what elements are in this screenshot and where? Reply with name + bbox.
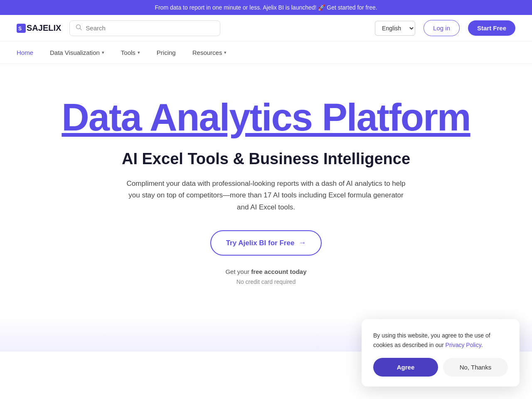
cta-label: Try Ajelix BI for Free (226, 239, 295, 247)
hero-description: Compliment your data with professional-l… (125, 178, 407, 214)
search-icon (76, 24, 82, 32)
arrow-icon: → (298, 239, 306, 247)
note-bold: free account today (251, 268, 306, 275)
language-select[interactable]: English Spanish French German (375, 21, 415, 36)
chevron-down-icon: ▾ (102, 50, 104, 55)
announcement-text: From data to report in one minute or les… (155, 4, 377, 11)
logo-text: SAJELIX (27, 23, 61, 33)
cookie-text-after: . (481, 342, 483, 348)
privacy-policy-link[interactable]: Privacy Policy (446, 342, 481, 348)
hero-note: Get your free account today (225, 268, 306, 275)
cookie-text: By using this website, you agree to the … (373, 331, 508, 350)
cta-button[interactable]: Try Ajelix BI for Free → (210, 230, 322, 256)
announcement-bar: From data to report in one minute or les… (0, 0, 532, 15)
nav-item-data-visualization[interactable]: Data Visualization ▾ (50, 42, 104, 64)
nav-item-resources[interactable]: Resources ▾ (192, 42, 227, 64)
nav-item-tools[interactable]: Tools ▾ (121, 42, 140, 64)
main-nav: Home Data Visualization ▾ Tools ▾ Pricin… (0, 42, 532, 64)
cta-container: Try Ajelix BI for Free → Get your free a… (54, 230, 478, 285)
start-free-button[interactable]: Start Free (468, 20, 515, 36)
chevron-down-icon: ▾ (138, 50, 140, 55)
hero-title: Data Analytics Platform (54, 97, 478, 138)
logo-icon: S (17, 24, 26, 33)
login-button[interactable]: Log in (424, 20, 460, 36)
cookie-consent-banner: By using this website, you agree to the … (362, 319, 520, 352)
hero-subtitle: AI Excel Tools & Business Intelligence (54, 150, 478, 168)
logo[interactable]: S SAJELIX (17, 23, 61, 33)
hero-subnote: No credit card required (236, 278, 296, 285)
nav-item-home[interactable]: Home (17, 42, 33, 64)
svg-line-3 (80, 28, 82, 30)
svg-text:S: S (18, 26, 22, 32)
search-bar-container (69, 20, 220, 36)
note-prefix: Get your (225, 268, 251, 275)
search-input[interactable] (86, 25, 214, 32)
header: S SAJELIX English Spanish French German … (0, 15, 532, 42)
hero-section: Data Analytics Platform AI Excel Tools &… (37, 64, 495, 310)
chevron-down-icon: ▾ (224, 50, 227, 55)
nav-item-pricing[interactable]: Pricing (157, 42, 176, 64)
